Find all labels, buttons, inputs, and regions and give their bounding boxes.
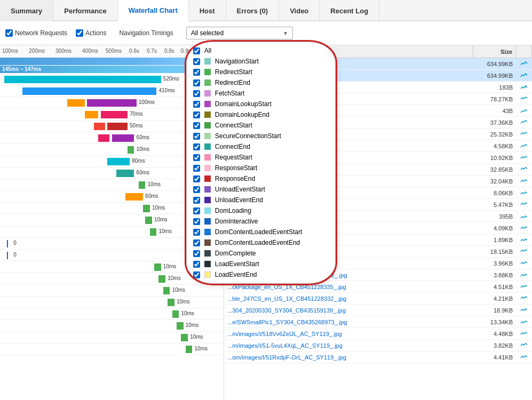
dropdown-cb-14[interactable]: [193, 207, 200, 214]
dropdown-item-17[interactable]: DomContentLoadedEventEnd: [187, 237, 335, 248]
cell-url-25[interactable]: ...om/images/I/51RxdpF-OrL_AC_SY119_.jpg: [224, 354, 473, 361]
cell-url-19[interactable]: ...ckPackage_en_US_1X_CB451228335_.jpg: [224, 284, 473, 290]
time-marker-8: 0.8s: [164, 48, 174, 54]
tab-recent-log[interactable]: Recent Log: [320, 0, 379, 21]
tab-performance[interactable]: Performance: [53, 0, 117, 21]
dropdown-item-19[interactable]: LoadEventStart: [187, 259, 335, 269]
cell-icon-8[interactable]: [516, 155, 532, 161]
tab-summary[interactable]: Summary: [0, 0, 53, 21]
dropdown-cb-11[interactable]: [193, 175, 200, 182]
dropdown-item-5[interactable]: DomainLookupEnd: [187, 109, 335, 120]
cell-url-23[interactable]: ...m/images/I/518Vv6ZelJL_AC_SY119_.jpg: [224, 331, 473, 337]
dropdown-item-2[interactable]: RedirectEnd: [187, 77, 335, 88]
dropdown-cb-9[interactable]: [193, 154, 200, 161]
dropdown-cb-5[interactable]: [193, 111, 200, 118]
cell-icon-21[interactable]: [516, 307, 532, 314]
tab-host[interactable]: Host: [189, 0, 226, 21]
dropdown-cb-6[interactable]: [193, 122, 200, 129]
dropdown-item-15[interactable]: DomInteractive: [187, 216, 335, 227]
cell-icon-11[interactable]: [516, 190, 532, 196]
cell-url-20[interactable]: ...ble_247CS_en_US_1X_CB451228332_.jpg: [224, 295, 473, 302]
color-swatch-11: [204, 175, 211, 182]
nav-timings-dropdown[interactable]: All selected ▼: [186, 27, 293, 39]
dropdown-cb-17[interactable]: [193, 239, 200, 246]
dropdown-item-13[interactable]: UnloadEventEnd: [187, 195, 335, 205]
dropdown-cb-20[interactable]: [193, 271, 200, 278]
dropdown-item-18[interactable]: DomComplete: [187, 248, 335, 259]
dropdown-cb-13[interactable]: [193, 197, 200, 204]
cell-icon-15[interactable]: [516, 237, 532, 243]
tab-waterfall[interactable]: Waterfall Chart: [118, 0, 189, 21]
table-row-20[interactable]: ...ble_247CS_en_US_1X_CB451228332_.jpg 4…: [224, 293, 532, 305]
cell-icon-17[interactable]: [516, 260, 532, 267]
cell-icon-25[interactable]: [516, 354, 532, 361]
dropdown-cb-12[interactable]: [193, 186, 200, 193]
cell-icon-3[interactable]: [516, 96, 532, 102]
cell-icon-23[interactable]: [516, 331, 532, 337]
dropdown-item-0[interactable]: NavigationStart: [187, 56, 335, 67]
dropdown-item-20[interactable]: LoadEventEnd: [187, 269, 335, 280]
cell-icon-14[interactable]: [516, 225, 532, 231]
dropdown-item-4[interactable]: DomainLookupStart: [187, 99, 335, 109]
network-requests-checkbox[interactable]: [5, 29, 13, 37]
dropdown-item-label-17: DomContentLoadedEventEnd: [215, 239, 300, 246]
table-row-22[interactable]: ...e/SWSmallPic1_SY304_CB435268973_.jpg …: [224, 316, 532, 328]
dropdown-cb-4[interactable]: [193, 101, 200, 108]
dropdown-cb-15[interactable]: [193, 218, 200, 225]
table-row-25[interactable]: ...om/images/I/51RxdpF-OrL_AC_SY119_.jpg…: [224, 351, 532, 363]
dropdown-item-9[interactable]: RequestStart: [187, 152, 335, 163]
cell-icon-9[interactable]: [516, 166, 532, 173]
dropdown-item-1[interactable]: RedirectStart: [187, 67, 335, 77]
actions-filter[interactable]: Actions: [76, 29, 106, 37]
dropdown-cb-10[interactable]: [193, 165, 200, 172]
cell-icon-19[interactable]: [516, 284, 532, 290]
cell-icon-5[interactable]: [516, 119, 532, 126]
tab-video[interactable]: Video: [279, 0, 320, 21]
cell-icon-7[interactable]: [516, 143, 532, 149]
dropdown-item-8[interactable]: ConnectEnd: [187, 141, 335, 152]
cell-icon-13[interactable]: [516, 213, 532, 220]
dropdown-item-14[interactable]: DomLoading: [187, 205, 335, 216]
cell-icon-4[interactable]: [516, 108, 532, 114]
table-row-21[interactable]: ...304_20200330_SY304_CB435159139_.jpg 1…: [224, 305, 532, 316]
tab-errors[interactable]: Errors (0): [226, 0, 280, 21]
cell-icon-10[interactable]: [516, 178, 532, 185]
color-swatch-16: [204, 229, 211, 235]
cell-icon-24[interactable]: [516, 342, 532, 349]
dropdown-item-6[interactable]: ConnectStart: [187, 120, 335, 131]
cell-icon-18[interactable]: [516, 272, 532, 278]
dropdown-selected-label: All selected: [191, 29, 224, 37]
cell-icon-20[interactable]: [516, 295, 532, 302]
dropdown-cb-8[interactable]: [193, 143, 200, 150]
dropdown-item-all[interactable]: All: [187, 45, 335, 56]
cell-icon-0[interactable]: [516, 61, 532, 67]
cell-url-24[interactable]: ...m/images/I/51-5vuL4XqL_AC_SY119_.jpg: [224, 342, 473, 349]
cell-icon-2[interactable]: [516, 84, 532, 91]
dropdown-item-12[interactable]: UnloadEventStart: [187, 184, 335, 195]
dropdown-cb-3[interactable]: [193, 90, 200, 97]
dropdown-cb-1[interactable]: [193, 69, 200, 76]
dropdown-item-7[interactable]: SecureConnectionStart: [187, 131, 335, 141]
table-row-24[interactable]: ...m/images/I/51-5vuL4XqL_AC_SY119_.jpg …: [224, 340, 532, 351]
cell-icon-22[interactable]: [516, 319, 532, 325]
cell-icon-16[interactable]: [516, 249, 532, 255]
dropdown-cb-0[interactable]: [193, 58, 200, 65]
table-row-23[interactable]: ...m/images/I/518Vv6ZelJL_AC_SY119_.jpg …: [224, 328, 532, 340]
cell-icon-12[interactable]: [516, 202, 532, 208]
dropdown-cb-16[interactable]: [193, 229, 200, 236]
actions-checkbox[interactable]: [76, 29, 83, 37]
dropdown-item-16[interactable]: DomContentLoadedEventStart: [187, 227, 335, 237]
dropdown-item-3[interactable]: FetchStart: [187, 88, 335, 99]
dropdown-item-10[interactable]: ResponseStart: [187, 163, 335, 173]
dropdown-cb-7[interactable]: [193, 133, 200, 140]
dropdown-cb-2[interactable]: [193, 79, 200, 86]
dropdown-cb-18[interactable]: [193, 250, 200, 257]
cell-url-21[interactable]: ...304_20200330_SY304_CB435159139_.jpg: [224, 307, 473, 314]
network-requests-filter[interactable]: Network Requests: [5, 29, 67, 37]
dropdown-cb-all[interactable]: [193, 47, 200, 54]
cell-url-22[interactable]: ...e/SWSmallPic1_SY304_CB435268973_.jpg: [224, 319, 473, 325]
dropdown-item-11[interactable]: ResponseEnd: [187, 173, 335, 184]
cell-icon-6[interactable]: [516, 131, 532, 138]
cell-icon-1[interactable]: [516, 73, 532, 79]
dropdown-cb-19[interactable]: [193, 261, 200, 268]
